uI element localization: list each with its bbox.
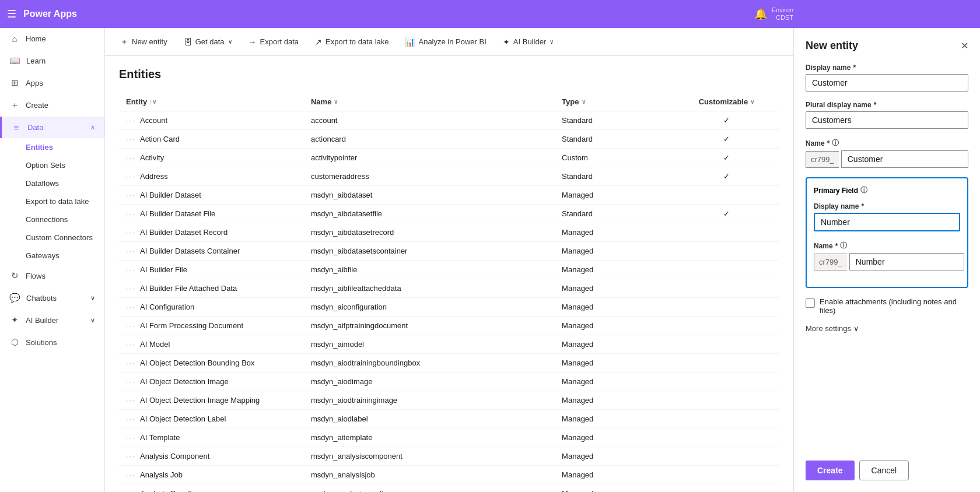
primary-name-input[interactable] xyxy=(849,253,964,270)
sidebar-item-gateways[interactable]: Gateways xyxy=(0,247,104,265)
row-dots[interactable]: ··· xyxy=(126,154,135,162)
name-field-row: cr799_ xyxy=(806,150,968,168)
sidebar-item-create[interactable]: ＋ Create xyxy=(0,94,104,117)
sidebar-label-ai-builder: AI Builder xyxy=(26,316,58,325)
table-row[interactable]: ···AI Object Detection Image Mappingmsdy… xyxy=(119,391,779,410)
analyze-power-bi-button[interactable]: 📊 Analyze in Power BI xyxy=(399,34,492,50)
row-dots[interactable]: ··· xyxy=(126,471,135,479)
row-dots[interactable]: ··· xyxy=(126,229,135,237)
chatbots-icon: 💬 xyxy=(9,293,20,303)
row-dots[interactable]: ··· xyxy=(126,396,135,405)
col-header-type[interactable]: Type ∨ xyxy=(555,93,674,111)
row-dots[interactable]: ··· xyxy=(126,135,135,143)
table-row[interactable]: ···AI Builder File Attached Datamsdyn_ai… xyxy=(119,279,779,298)
sidebar-item-entities[interactable]: Entities xyxy=(0,138,104,156)
row-dots[interactable]: ··· xyxy=(126,378,135,386)
sidebar-item-apps[interactable]: ⊞ Apps xyxy=(0,72,104,94)
table-row[interactable]: ···AI Form Processing Documentmsdyn_aifp… xyxy=(119,317,779,335)
primary-name-label: Name * ⓘ xyxy=(814,241,960,251)
sidebar-item-option-sets[interactable]: Option Sets xyxy=(0,156,104,174)
row-dots[interactable]: ··· xyxy=(126,340,135,349)
primary-field-info-icon[interactable]: ⓘ xyxy=(860,185,867,195)
name-sort-icon: ∨ xyxy=(334,99,338,105)
name-info-icon[interactable]: ⓘ xyxy=(832,138,839,148)
get-data-button[interactable]: 🗄 Get data ∨ xyxy=(178,34,238,50)
primary-name-prefix: cr799_ xyxy=(814,254,847,270)
table-row[interactable]: ···Analysis Jobmsdyn_analysisjobManaged xyxy=(119,466,779,484)
sidebar-item-solutions[interactable]: ⬡ Solutions xyxy=(0,331,104,353)
table-row[interactable]: ···Analysis Componentmsdyn_analysiscompo… xyxy=(119,447,779,466)
cell-entity: ···AI Object Detection Bounding Box xyxy=(119,354,304,372)
primary-name-info-icon[interactable]: ⓘ xyxy=(840,241,847,251)
row-dots[interactable]: ··· xyxy=(126,173,135,181)
create-button[interactable]: Create xyxy=(806,461,855,480)
get-data-chevron: ∨ xyxy=(228,38,232,45)
sidebar-item-learn[interactable]: 📖 Learn xyxy=(0,50,104,72)
sidebar-item-data[interactable]: ≡ Data ∧ xyxy=(0,117,104,138)
table-row[interactable]: ···AI Builder Filemsdyn_aibfileManaged xyxy=(119,261,779,279)
row-dots[interactable]: ··· xyxy=(126,247,135,255)
new-entity-button[interactable]: ＋ New entity xyxy=(114,33,173,51)
cell-entity: ···Analysis Component xyxy=(119,447,304,466)
table-row[interactable]: ···AccountaccountStandard✓ xyxy=(119,111,779,130)
table-row[interactable]: ···AI Modelmsdyn_aimodelManaged xyxy=(119,335,779,354)
row-dots[interactable]: ··· xyxy=(126,490,135,492)
notification-icon[interactable]: 🔔 xyxy=(754,8,767,20)
sidebar-item-ai-builder[interactable]: ✦ AI Builder ∨ xyxy=(0,309,104,331)
sidebar-item-export-lake[interactable]: Export to data lake xyxy=(0,192,104,210)
table-row[interactable]: ···AI Templatemsdyn_aitemplateManaged xyxy=(119,428,779,447)
table-row[interactable]: ···ActivityactivitypointerCustom✓ xyxy=(119,149,779,167)
row-dots[interactable]: ··· xyxy=(126,452,135,461)
table-row[interactable]: ···AI Object Detection Labelmsdyn_aiodla… xyxy=(119,410,779,428)
data-icon: ≡ xyxy=(11,122,22,132)
hamburger-icon[interactable]: ☰ xyxy=(7,8,16,20)
table-row[interactable]: ···AI Builder Datasetmsdyn_aibdatasetMan… xyxy=(119,186,779,205)
row-dots[interactable]: ··· xyxy=(126,266,135,274)
col-header-entity[interactable]: Entity ↑∨ xyxy=(119,93,304,111)
ai-builder-chevron: ∨ xyxy=(550,38,554,45)
more-settings[interactable]: More settings ∨ xyxy=(806,324,968,333)
cell-name: msdyn_aibfileattacheddata xyxy=(304,279,555,298)
table-row[interactable]: ···AI Builder Dataset Filemsdyn_aibdatas… xyxy=(119,205,779,223)
row-dots[interactable]: ··· xyxy=(126,210,135,218)
enable-attachments-checkbox[interactable] xyxy=(806,298,815,308)
cancel-button[interactable]: Cancel xyxy=(859,461,909,480)
export-data-lake-button[interactable]: ↗ Export to data lake xyxy=(309,34,394,50)
row-dots[interactable]: ··· xyxy=(126,322,135,330)
sidebar-item-custom-connectors[interactable]: Custom Connectors xyxy=(0,229,104,247)
cell-type: Standard xyxy=(555,167,674,186)
row-dots[interactable]: ··· xyxy=(126,303,135,311)
table-row[interactable]: ···AI Configurationmsdyn_aiconfiguration… xyxy=(119,298,779,317)
sidebar-item-dataflows[interactable]: Dataflows xyxy=(0,174,104,192)
sidebar-item-connections[interactable]: Connections xyxy=(0,210,104,229)
table-row[interactable]: ···AI Builder Datasets Containermsdyn_ai… xyxy=(119,242,779,261)
col-header-customizable[interactable]: Customizable ∨ xyxy=(674,93,779,111)
plural-display-name-input[interactable] xyxy=(806,111,968,129)
cell-name: msdyn_aibdatasetfile xyxy=(304,205,555,223)
cell-customizable xyxy=(674,447,779,466)
row-dots[interactable]: ··· xyxy=(126,284,135,293)
cell-customizable xyxy=(674,354,779,372)
row-dots[interactable]: ··· xyxy=(126,191,135,199)
col-header-name[interactable]: Name ∨ xyxy=(304,93,555,111)
primary-display-name-input[interactable] xyxy=(814,213,960,231)
table-row[interactable]: ···Analysis Resultmsdyn_analysisresultMa… xyxy=(119,484,779,493)
sidebar-item-home[interactable]: ⌂ Home xyxy=(0,28,104,50)
table-row[interactable]: ···AI Object Detection Imagemsdyn_aiodim… xyxy=(119,372,779,391)
row-dots[interactable]: ··· xyxy=(126,415,135,423)
table-row[interactable]: ···AI Builder Dataset Recordmsdyn_aibdat… xyxy=(119,223,779,242)
home-icon: ⌂ xyxy=(9,34,20,44)
name-input[interactable] xyxy=(841,150,968,168)
table-row[interactable]: ···AI Object Detection Bounding Boxmsdyn… xyxy=(119,354,779,372)
table-row[interactable]: ···AddresscustomeraddressStandard✓ xyxy=(119,167,779,186)
ai-builder-button[interactable]: ✦ AI Builder ∨ xyxy=(497,34,559,50)
row-dots[interactable]: ··· xyxy=(126,359,135,367)
table-row[interactable]: ···Action CardactioncardStandard✓ xyxy=(119,130,779,149)
row-dots[interactable]: ··· xyxy=(126,117,135,125)
display-name-input[interactable] xyxy=(806,74,968,92)
sidebar-item-chatbots[interactable]: 💬 Chatbots ∨ xyxy=(0,287,104,309)
export-data-button[interactable]: → Export data xyxy=(243,34,305,50)
panel-close-button[interactable]: ✕ xyxy=(961,40,968,51)
row-dots[interactable]: ··· xyxy=(126,434,135,442)
sidebar-item-flows[interactable]: ↻ Flows xyxy=(0,265,104,287)
